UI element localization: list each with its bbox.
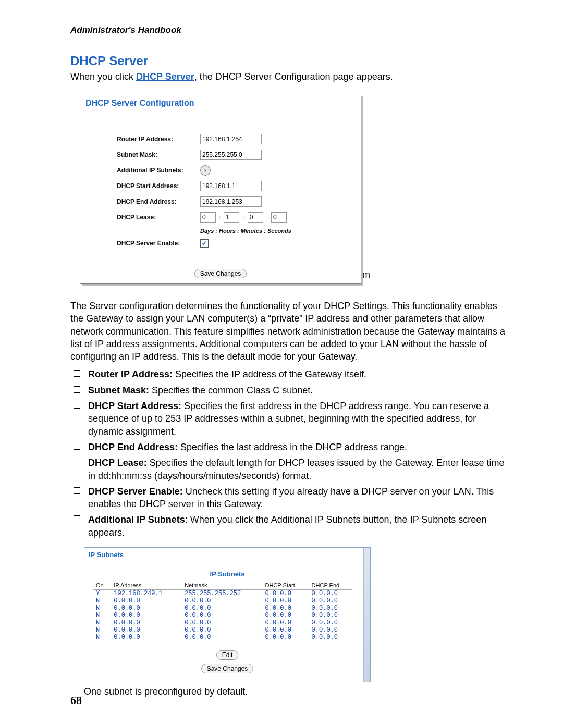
table-cell: 0.0.0.0	[309, 634, 352, 641]
panel-title: DHCP Server Configuration	[80, 94, 361, 108]
subnets-panel-title: IP Subnets	[84, 548, 370, 559]
label-router-ip: Router IP Address:	[117, 135, 200, 143]
dhcp-config-panel: DHCP Server Configuration Router IP Addr…	[80, 94, 361, 284]
bullet-text: Specifies the last address in the DHCP a…	[178, 442, 407, 452]
table-row[interactable]: Y192.168.249.1255.255.255.2520.0.0.00.0.…	[93, 590, 352, 598]
table-cell: Y	[93, 590, 111, 598]
body-paragraph: The Server configuration determines the …	[70, 300, 511, 363]
subnet-mask-input[interactable]	[200, 150, 262, 160]
table-cell: 0.0.0.0	[309, 604, 352, 612]
table-header: DHCP Start	[262, 581, 309, 590]
table-row[interactable]: N0.0.0.00.0.0.00.0.0.00.0.0.0	[93, 634, 352, 641]
table-cell: 0.0.0.0	[111, 626, 181, 634]
subnets-heading: IP Subnets	[84, 559, 370, 581]
table-row[interactable]: N0.0.0.00.0.0.00.0.0.00.0.0.0	[93, 604, 352, 612]
table-cell: 255.255.255.252	[181, 590, 262, 598]
table-cell: 0.0.0.0	[111, 597, 181, 604]
bullet-bold: Additional IP Subnets	[88, 514, 185, 525]
footer-divider	[70, 687, 511, 687]
bullet-text: Specifies the default length for DHCP le…	[88, 458, 504, 480]
table-header: Netmask	[181, 581, 262, 590]
label-dhcp-start: DHCP Start Address:	[117, 182, 200, 190]
table-cell: 0.0.0.0	[262, 619, 309, 626]
bullet-item: DHCP Start Address: Specifies the first …	[70, 400, 511, 438]
intro-after: , the DHCP Server Configuration page app…	[194, 71, 393, 82]
table-cell: 0.0.0.0	[309, 619, 352, 626]
bullet-bold: DHCP Server Enable:	[88, 486, 183, 497]
table-row[interactable]: N0.0.0.00.0.0.00.0.0.00.0.0.0	[93, 626, 352, 634]
server-enable-checkbox[interactable]: ✔	[200, 239, 209, 248]
table-row[interactable]: N0.0.0.00.0.0.00.0.0.00.0.0.0	[93, 597, 352, 604]
chevron-right-icon: ›	[204, 167, 206, 174]
lease-sep: :	[266, 214, 268, 221]
bullet-item: Router IP Address: Specifies the IP addr…	[70, 368, 511, 380]
header-divider	[70, 41, 511, 41]
table-cell: 0.0.0.0	[262, 590, 309, 598]
table-cell: N	[93, 619, 111, 626]
lease-hours-input[interactable]	[224, 212, 239, 223]
bullet-item: Additional IP Subnets: When you click th…	[70, 513, 511, 539]
table-cell: 0.0.0.0	[111, 604, 181, 612]
bullet-text: Specifies the IP address of the Gateway …	[173, 369, 366, 379]
page-number: 68	[70, 694, 82, 707]
table-cell: 0.0.0.0	[111, 619, 181, 626]
table-cell: 0.0.0.0	[262, 604, 309, 612]
dhcp-server-link[interactable]: DHCP Server	[136, 71, 194, 82]
bullet-bold: DHCP End Address:	[88, 442, 178, 452]
check-icon: ✔	[202, 240, 207, 247]
m-label: m	[362, 269, 370, 280]
bullet-bold: DHCP Start Address:	[88, 401, 181, 411]
doc-header: Administrator's Handbook	[70, 25, 511, 35]
lease-sep: :	[219, 214, 221, 221]
section-title: DHCP Server	[70, 54, 511, 68]
table-cell: 192.168.249.1	[111, 590, 181, 598]
edit-button[interactable]: Edit	[216, 650, 239, 660]
intro-line: When you click DHCP Server, the DHCP Ser…	[70, 71, 511, 82]
table-cell: 0.0.0.0	[181, 612, 262, 619]
table-cell: N	[93, 634, 111, 641]
router-ip-input[interactable]	[200, 134, 262, 144]
table-cell: 0.0.0.0	[111, 612, 181, 619]
label-dhcp-lease: DHCP Lease:	[117, 214, 200, 221]
label-subnet-mask: Subnet Mask:	[117, 151, 200, 158]
table-cell: 0.0.0.0	[262, 634, 309, 641]
additional-subnets-button[interactable]: ›	[200, 165, 211, 176]
lease-caption: Days : Hours : Minutes : Seconds	[200, 228, 353, 234]
dhcp-end-input[interactable]	[200, 196, 262, 207]
table-header: IP Address	[111, 581, 181, 590]
table-cell: N	[93, 612, 111, 619]
lease-minutes-input[interactable]	[248, 212, 263, 223]
label-additional-subnets: Additional IP Subnets:	[117, 167, 200, 174]
table-cell: 0.0.0.0	[181, 626, 262, 634]
dhcp-start-input[interactable]	[200, 181, 262, 191]
intro-before: When you click	[70, 71, 136, 82]
table-row[interactable]: N0.0.0.00.0.0.00.0.0.00.0.0.0	[93, 612, 352, 619]
table-cell: N	[93, 597, 111, 604]
table-cell: 0.0.0.0	[309, 612, 352, 619]
table-cell: 0.0.0.0	[181, 634, 262, 641]
save-changes-button[interactable]: Save Changes	[194, 269, 247, 278]
subnets-save-button[interactable]: Save Changes	[201, 664, 254, 673]
table-cell: 0.0.0.0	[181, 619, 262, 626]
bullet-item: DHCP End Address: Specifies the last add…	[70, 441, 511, 453]
table-cell: N	[93, 626, 111, 634]
lease-days-input[interactable]	[200, 212, 216, 223]
after-note: One subnet is preconfigured by default.	[84, 686, 511, 697]
table-cell: 0.0.0.0	[309, 626, 352, 634]
table-cell: 0.0.0.0	[111, 634, 181, 641]
label-dhcp-end: DHCP End Address:	[117, 198, 200, 205]
table-cell: 0.0.0.0	[262, 597, 309, 604]
bullet-item: DHCP Lease: Specifies the default length…	[70, 456, 511, 482]
table-cell: N	[93, 604, 111, 612]
table-cell: 0.0.0.0	[181, 597, 262, 604]
bullet-bold: Subnet Mask:	[88, 385, 149, 396]
table-cell: 0.0.0.0	[262, 612, 309, 619]
table-row[interactable]: N0.0.0.00.0.0.00.0.0.00.0.0.0	[93, 619, 352, 626]
table-cell: 0.0.0.0	[309, 590, 352, 598]
lease-sep: :	[242, 214, 244, 221]
subnets-table: OnIP AddressNetmaskDHCP StartDHCP End Y1…	[93, 581, 352, 641]
ip-subnets-panel: IP Subnets IP Subnets OnIP AddressNetmas…	[84, 547, 371, 682]
table-header: DHCP End	[309, 581, 352, 590]
bullet-item: DHCP Server Enable: Uncheck this setting…	[70, 485, 511, 511]
lease-seconds-input[interactable]	[271, 212, 287, 223]
